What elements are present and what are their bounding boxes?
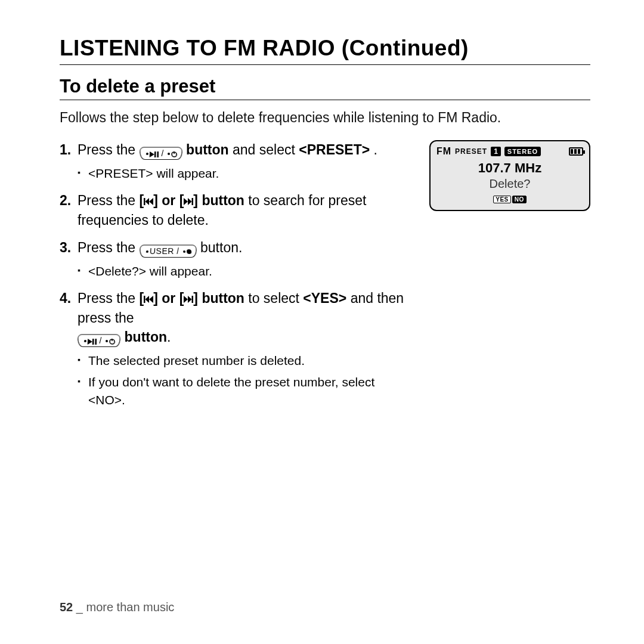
svg-rect-18 bbox=[92, 339, 94, 345]
bullet-icon: ▪ bbox=[78, 165, 88, 182]
svg-marker-8 bbox=[184, 198, 188, 205]
step-number: 3. bbox=[60, 238, 78, 258]
play-pause-power-button-icon: / bbox=[77, 335, 121, 348]
step-4-sub-2: ▪ If you don't want to delete the preset… bbox=[78, 373, 413, 409]
steps-list: 1. Press the / button and select <PRESET… bbox=[60, 140, 413, 417]
svg-rect-1 bbox=[154, 151, 156, 157]
svg-rect-11 bbox=[144, 296, 145, 303]
text: button bbox=[186, 142, 229, 157]
footer-label: more than music bbox=[86, 600, 175, 614]
stereo-badge: STEREO bbox=[504, 147, 541, 156]
step-number: 2. bbox=[60, 191, 78, 230]
section-title: To delete a preset bbox=[60, 76, 590, 100]
bullet-icon: ▪ bbox=[78, 262, 88, 280]
text: If you don't want to delete the preset n… bbox=[88, 373, 413, 409]
step-4-sub-1: ▪ The selected preset number is deleted. bbox=[78, 352, 413, 370]
bullet-icon: ▪ bbox=[78, 352, 88, 370]
step-2: 2. Press the [] or [] button to search f… bbox=[60, 191, 413, 230]
text: <PRESET> bbox=[299, 142, 370, 157]
text: The selected preset number is deleted. bbox=[88, 352, 413, 370]
text: ] button bbox=[193, 290, 244, 306]
text: ] or [ bbox=[153, 193, 184, 208]
footer-sep: _ bbox=[73, 600, 86, 614]
svg-marker-6 bbox=[145, 198, 150, 205]
frequency-value: 107.7 MHz bbox=[436, 160, 583, 176]
radio-display: FM PRESET 1 STEREO 107.7 MHz Delete? YES… bbox=[429, 140, 590, 211]
step-1-sub: ▪ <PRESET> will appear. bbox=[78, 165, 413, 182]
text: Press the bbox=[78, 240, 140, 255]
svg-marker-14 bbox=[184, 296, 188, 303]
bullet-icon: ▪ bbox=[78, 373, 88, 409]
svg-rect-2 bbox=[157, 151, 159, 157]
user-rec-button-icon: USER / bbox=[138, 245, 197, 258]
step-4: 4. Press the [] or [] button to select <… bbox=[60, 289, 413, 347]
step-3-sub: ▪ <Delete?> will appear. bbox=[78, 262, 413, 280]
step-1: 1. Press the / button and select <PRESET… bbox=[60, 140, 413, 160]
text: Press the bbox=[78, 193, 140, 208]
text: button bbox=[125, 329, 168, 345]
yes-no-options: YESNO bbox=[436, 193, 583, 204]
text: ] button bbox=[193, 193, 244, 208]
svg-rect-21 bbox=[112, 339, 113, 341]
svg-marker-15 bbox=[188, 296, 192, 303]
preset-label: PRESET bbox=[455, 147, 487, 156]
step-number: 1. bbox=[60, 140, 78, 160]
svg-marker-9 bbox=[188, 198, 192, 205]
text: <YES> bbox=[303, 290, 346, 306]
next-track-icon bbox=[184, 193, 193, 208]
play-pause-power-button-icon: / bbox=[138, 147, 182, 160]
battery-icon bbox=[569, 147, 583, 156]
step-number: 4. bbox=[60, 289, 78, 347]
prev-track-icon bbox=[144, 290, 153, 306]
no-option: NO bbox=[512, 196, 527, 203]
fm-label: FM bbox=[436, 146, 451, 157]
svg-marker-0 bbox=[149, 151, 154, 157]
text: <Delete?> will appear. bbox=[88, 262, 413, 280]
page-footer: 52 _ more than music bbox=[60, 600, 174, 614]
text: . bbox=[167, 329, 171, 345]
intro-text: Follows the step below to delete frequen… bbox=[60, 109, 590, 127]
next-track-icon bbox=[184, 290, 193, 306]
text: Press the bbox=[78, 142, 140, 157]
text: to select bbox=[248, 290, 303, 306]
delete-prompt: Delete? bbox=[436, 177, 583, 191]
text: and select bbox=[233, 142, 299, 157]
prev-track-icon bbox=[144, 193, 153, 208]
svg-rect-19 bbox=[95, 339, 97, 345]
text: ] or [ bbox=[153, 290, 184, 306]
step-3: 3. Press the USER / button. bbox=[60, 238, 413, 258]
svg-rect-5 bbox=[144, 198, 145, 205]
yes-option: YES bbox=[493, 196, 511, 203]
svg-marker-12 bbox=[145, 296, 150, 303]
page-number: 52 bbox=[60, 600, 73, 614]
text: . bbox=[374, 142, 377, 157]
page-title: LISTENING TO FM RADIO (Continued) bbox=[60, 36, 590, 65]
text: <PRESET> will appear. bbox=[88, 165, 413, 182]
text: button. bbox=[200, 240, 242, 255]
text: Press the bbox=[78, 290, 140, 306]
preset-number: 1 bbox=[491, 147, 501, 156]
